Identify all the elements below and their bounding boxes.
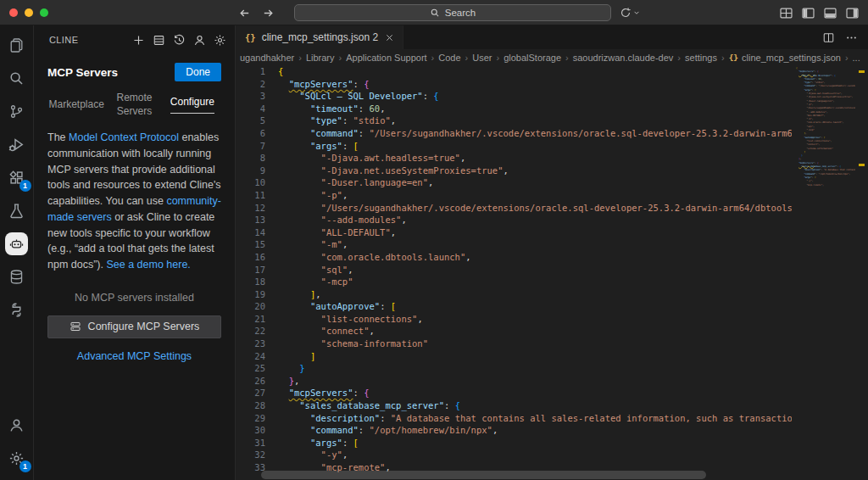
breadcrumb-item[interactable]: ugandhakher <box>240 53 294 63</box>
tab-configure[interactable]: Configure <box>164 92 221 118</box>
more-actions-icon[interactable] <box>845 31 858 44</box>
layout-controls <box>779 0 860 25</box>
code-line[interactable]: 31 "args": [ <box>236 437 868 449</box>
split-editor-icon[interactable] <box>822 31 835 44</box>
code-line[interactable]: 32 "-y", <box>236 449 868 461</box>
search-label: Search <box>445 8 476 18</box>
breadcrumb-item[interactable]: User <box>472 53 492 63</box>
source-control-icon[interactable] <box>0 95 34 128</box>
toggle-primary-sidebar-icon[interactable] <box>801 6 815 20</box>
python-icon[interactable] <box>0 293 34 327</box>
search-icon[interactable] <box>0 62 34 95</box>
mcp-servers-list-icon[interactable] <box>153 34 165 47</box>
tab-close-button[interactable] <box>384 32 395 43</box>
configure-mcp-servers-button[interactable]: Configure MCP Servers <box>47 315 221 338</box>
line-number: 29 <box>236 412 278 425</box>
minimap[interactable]: { "mcpServers": { "SQLcl – SQL Developer… <box>792 65 868 480</box>
code-line[interactable]: 10 "-Duser.language=en", <box>236 176 868 189</box>
breadcrumb-item[interactable]: Application Support <box>346 53 426 63</box>
line-number: 14 <box>236 226 278 239</box>
editor-actions <box>812 25 868 49</box>
main-row: 1 1 CLINE MCP Servers Done MarketplaceRe… <box>0 25 868 480</box>
code-line[interactable]: 21 "list-connections", <box>236 313 868 326</box>
inline-link[interactable]: See a demo here. <box>106 259 190 271</box>
code-line[interactable]: 24 ] <box>236 350 868 363</box>
code-line[interactable]: 16 "com.oracle.dbtools.launch", <box>236 251 868 264</box>
breadcrumb-item[interactable]: ... <box>853 53 860 63</box>
breadcrumb-item[interactable]: globalStorage <box>504 53 561 63</box>
breadcrumb-separator: › <box>565 53 569 63</box>
back-icon[interactable] <box>238 7 251 20</box>
inline-link[interactable]: Model Context Protocol <box>69 131 179 143</box>
tab-cline-mcp-settings[interactable]: {} cline_mcp_settings.json 2 <box>236 25 403 49</box>
forward-icon[interactable] <box>262 7 275 20</box>
editor-grid-icon[interactable] <box>779 6 793 20</box>
database-icon[interactable] <box>0 260 34 293</box>
code-line[interactable]: 19 ], <box>236 288 868 301</box>
code-line[interactable]: 27 "mcpServers": { <box>236 387 868 399</box>
minimize-window-button[interactable] <box>25 8 33 17</box>
extensions-icon[interactable]: 1 <box>0 161 34 194</box>
code-line[interactable]: 6 "command": "/Users/sugandhakher/.vscod… <box>236 127 868 140</box>
accounts-icon[interactable] <box>0 409 34 442</box>
code-line[interactable]: 20 "autoApprove": [ <box>236 300 868 313</box>
code-line[interactable]: 4 "timeout": 60, <box>236 103 868 115</box>
code-line[interactable]: 13 "--add-modules", <box>236 214 868 226</box>
horizontal-scrollbar[interactable] <box>261 471 706 479</box>
toggle-panel-icon[interactable] <box>823 6 837 20</box>
code-line[interactable]: 28 "sales_database_mcp_server": { <box>236 399 868 412</box>
code-line[interactable]: 3 "SQLcl – SQL Developer": { <box>236 90 868 103</box>
code-line[interactable]: 12 "/Users/sugandhakher/.vscode/extensio… <box>236 202 868 215</box>
code-line[interactable]: 9 "-Djava.net.useSystemProxies=true", <box>236 165 868 177</box>
breadcrumb-item[interactable]: Library <box>306 53 335 63</box>
cline-icon[interactable] <box>0 227 34 260</box>
code-line[interactable]: 8 "-Djava.awt.headless=true", <box>236 152 868 165</box>
testing-icon[interactable] <box>0 194 34 227</box>
code-line[interactable]: 18 "-mcp" <box>236 276 868 288</box>
advanced-mcp-settings-link[interactable]: Advanced MCP Settings <box>47 350 221 362</box>
code-editor[interactable]: 1{2 "mcpServers": {3 "SQLcl – SQL Develo… <box>236 65 868 480</box>
configure-button-label: Configure MCP Servers <box>88 321 200 332</box>
code-line[interactable]: 1{ <box>236 65 868 78</box>
code-line[interactable]: 17 "sql", <box>236 264 868 276</box>
code-lines[interactable]: 1{2 "mcpServers": {3 "SQLcl – SQL Develo… <box>236 65 868 480</box>
line-number: 31 <box>236 437 278 449</box>
breadcrumb-item[interactable]: settings <box>685 53 717 63</box>
new-task-plus-icon[interactable] <box>132 34 145 47</box>
code-line[interactable]: 14 "ALL-DEFAULT", <box>236 226 868 239</box>
zoom-window-button[interactable] <box>40 8 48 17</box>
account-icon[interactable] <box>193 34 206 47</box>
toggle-secondary-sidebar-icon[interactable] <box>845 6 860 20</box>
done-button[interactable]: Done <box>175 63 221 81</box>
settings-gear-icon[interactable] <box>214 34 226 47</box>
code-line[interactable]: 2 "mcpServers": { <box>236 78 868 91</box>
breadcrumb-separator: › <box>845 53 849 63</box>
breadcrumb-separator: › <box>677 53 681 63</box>
breadcrumb-item[interactable]: {}cline_mcp_settings.json <box>729 53 841 63</box>
search-input[interactable]: Search <box>294 4 611 21</box>
settings-gear-icon[interactable]: 1 <box>0 442 34 475</box>
chevron-down-icon[interactable] <box>632 8 641 17</box>
code-line[interactable]: 29 "description": "A database that conta… <box>236 412 868 425</box>
code-line[interactable]: 5 "type": "stdio", <box>236 114 868 127</box>
history-icon[interactable] <box>173 34 186 47</box>
code-line[interactable]: 7 "args": [ <box>236 140 868 153</box>
breadcrumb-item[interactable]: Code <box>438 53 460 63</box>
badge: 1 <box>19 180 31 192</box>
explorer-icon[interactable] <box>0 29 34 62</box>
python-icon <box>8 302 25 318</box>
code-line[interactable]: 26 }, <box>236 375 868 388</box>
refresh-icon[interactable] <box>620 7 632 19</box>
code-line[interactable]: 30 "command": "/opt/homebrew/bin/npx", <box>236 424 868 437</box>
code-line[interactable]: 22 "connect", <box>236 325 868 338</box>
breadcrumb-item[interactable]: saoudrizwan.claude-dev <box>573 53 674 63</box>
tab-remote-servers[interactable]: Remote Servers <box>105 92 163 118</box>
close-window-button[interactable] <box>9 8 18 17</box>
code-line[interactable]: 25 } <box>236 362 868 375</box>
run-debug-icon[interactable] <box>0 128 34 161</box>
code-line[interactable]: 15 "-m", <box>236 238 868 251</box>
tab-marketplace[interactable]: Marketplace <box>47 92 105 118</box>
database-icon <box>8 269 25 285</box>
code-line[interactable]: 23 "schema-information" <box>236 338 868 350</box>
code-line[interactable]: 11 "-p", <box>236 189 868 202</box>
